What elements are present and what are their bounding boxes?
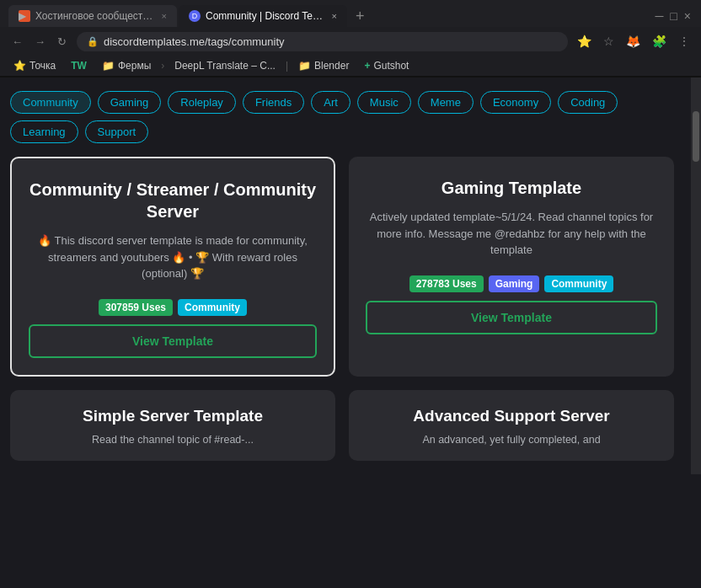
extensions-icon[interactable]: 🧩 xyxy=(648,31,671,51)
tag-music[interactable]: Music xyxy=(357,91,411,114)
card-1-title: Community / Streamer / Community Server xyxy=(29,179,317,222)
bookmark-fermy-icon: 📁 xyxy=(102,60,115,72)
tag-support[interactable]: Support xyxy=(85,120,149,143)
card-1-uses-badge: 307859 Uses xyxy=(99,299,173,316)
card-2-bottom: 278783 Uses Gaming Community View Templa… xyxy=(366,275,657,334)
bottom-cards: Simple Server Template Read the channel … xyxy=(10,390,691,462)
page-content: Community Gaming Roleplay Friends Art Mu… xyxy=(0,78,701,474)
tag-friends[interactable]: Friends xyxy=(243,91,304,114)
card-community-streamer: Community / Streamer / Community Server … xyxy=(10,157,335,377)
bookmark-blender-label: Blender xyxy=(314,60,349,72)
tag-art[interactable]: Art xyxy=(311,91,350,114)
profile-icon[interactable]: 🦊 xyxy=(622,31,645,51)
bookmark-sep-1: › xyxy=(161,60,164,72)
card-2-community-tag[interactable]: Community xyxy=(544,275,613,292)
partial-card-1-desc: Read the channel topic of #read-... xyxy=(27,432,318,448)
bookmark-sep-2: | xyxy=(286,60,288,72)
translate-icon[interactable]: ⭐ xyxy=(573,31,596,51)
tab-2-label: Community | Discord Templates xyxy=(206,10,324,22)
tab-1-label: Хостинговое сообщество «Tim... xyxy=(35,10,153,22)
card-1-badges: 307859 Uses Community xyxy=(29,299,317,316)
tag-meme[interactable]: Meme xyxy=(418,91,474,114)
tab-2[interactable]: D Community | Discord Templates × xyxy=(179,5,347,27)
card-2-uses-badge: 278783 Uses xyxy=(409,275,484,292)
partial-card-1-title: Simple Server Template xyxy=(27,407,318,425)
bookmark-gutshot-icon: + xyxy=(364,60,370,72)
card-1-community-tag[interactable]: Community xyxy=(178,299,247,316)
card-1-description: 🔥 This discord server template is made f… xyxy=(29,233,317,282)
tags-container: Community Gaming Roleplay Friends Art Mu… xyxy=(10,91,691,143)
card-2-gaming-tag[interactable]: Gaming xyxy=(489,275,540,292)
partial-card-simple: Simple Server Template Read the channel … xyxy=(10,390,335,462)
toolbar-icons: ⭐ ☆ 🦊 🧩 ⋮ xyxy=(573,31,694,51)
lock-icon: 🔒 xyxy=(87,36,99,47)
bookmark-blender[interactable]: 📁 Blender xyxy=(292,58,356,73)
tab-1[interactable]: ▶ Хостинговое сообщество «Tim... × xyxy=(8,5,177,27)
maximize-button[interactable]: □ xyxy=(670,9,677,23)
card-2-title: Gaming Template xyxy=(366,177,657,199)
tab-1-close[interactable]: × xyxy=(162,11,167,21)
tag-coding[interactable]: Coding xyxy=(558,91,618,114)
scrollbar[interactable] xyxy=(691,78,701,474)
forward-button[interactable]: → xyxy=(29,33,51,51)
tag-community[interactable]: Community xyxy=(10,91,91,114)
tab-2-close[interactable]: × xyxy=(332,11,337,21)
minimize-button[interactable]: ─ xyxy=(655,9,663,23)
close-window-button[interactable]: × xyxy=(684,9,691,23)
navigation-buttons: ← → ↻ xyxy=(7,33,72,51)
bookmark-gutshot-label: Gutshot xyxy=(373,60,409,72)
partial-card-2-desc: An advanced, yet fully completed, and xyxy=(366,432,657,448)
card-2-view-template-button[interactable]: View Template xyxy=(366,301,657,334)
bookmarks-bar: ⭐ Точка TW 📁 Фермы › DeepL Translate – C… xyxy=(0,56,701,77)
bookmark-deepl-label: DeepL Translate – C... xyxy=(174,60,276,72)
card-2-description: Actively updated template~5/1/24. Read c… xyxy=(366,209,657,259)
card-1-view-template-button[interactable]: View Template xyxy=(29,324,317,358)
new-tab-button[interactable]: + xyxy=(349,8,372,25)
back-button[interactable]: ← xyxy=(7,33,28,51)
cards-grid: Community / Streamer / Community Server … xyxy=(10,157,691,377)
bookmark-tw[interactable]: TW xyxy=(64,58,94,73)
tag-economy[interactable]: Economy xyxy=(480,91,551,114)
bookmark-gutshot[interactable]: + Gutshot xyxy=(357,58,415,73)
menu-icon[interactable]: ⋮ xyxy=(674,31,694,51)
scrollbar-thumb[interactable] xyxy=(693,111,699,162)
partial-card-advanced: Advanced Support Server An advanced, yet… xyxy=(349,390,674,462)
bookmark-tochka[interactable]: ⭐ Точка xyxy=(7,58,62,73)
window-buttons: ─ □ × xyxy=(655,9,694,23)
address-bar-row: ← → ↻ 🔒 discordtemplates.me/tags/communi… xyxy=(0,27,701,56)
tag-learning[interactable]: Learning xyxy=(10,120,78,143)
bookmark-tw-icon: TW xyxy=(71,60,87,72)
refresh-button[interactable]: ↻ xyxy=(52,33,72,51)
tag-roleplay[interactable]: Roleplay xyxy=(168,91,236,114)
bookmark-tochka-icon: ⭐ xyxy=(13,60,26,72)
card-2-badges: 278783 Uses Gaming Community xyxy=(366,275,657,292)
card-1-bottom: 307859 Uses Community View Template xyxy=(29,299,317,358)
address-bar[interactable]: 🔒 discordtemplates.me/tags/community xyxy=(77,32,568,51)
tag-gaming[interactable]: Gaming xyxy=(98,91,162,114)
bookmark-deepl[interactable]: DeepL Translate – C... xyxy=(168,58,282,73)
bookmark-fermy[interactable]: 📁 Фермы xyxy=(95,58,158,73)
partial-card-2-title: Advanced Support Server xyxy=(366,407,657,425)
browser-window: ▶ Хостинговое сообщество «Tim... × D Com… xyxy=(0,0,701,78)
bookmark-star-icon[interactable]: ☆ xyxy=(599,31,618,51)
card-gaming-template: Gaming Template Actively updated templat… xyxy=(349,157,674,377)
bookmark-blender-icon: 📁 xyxy=(298,60,311,72)
bookmark-fermy-label: Фермы xyxy=(118,60,151,72)
url-text: discordtemplates.me/tags/community xyxy=(104,35,285,48)
tab-1-favicon: ▶ xyxy=(19,10,30,22)
tab-bar: ▶ Хостинговое сообщество «Tim... × D Com… xyxy=(0,0,701,27)
bookmark-tochka-label: Точка xyxy=(29,60,56,72)
tab-2-favicon: D xyxy=(189,10,201,22)
